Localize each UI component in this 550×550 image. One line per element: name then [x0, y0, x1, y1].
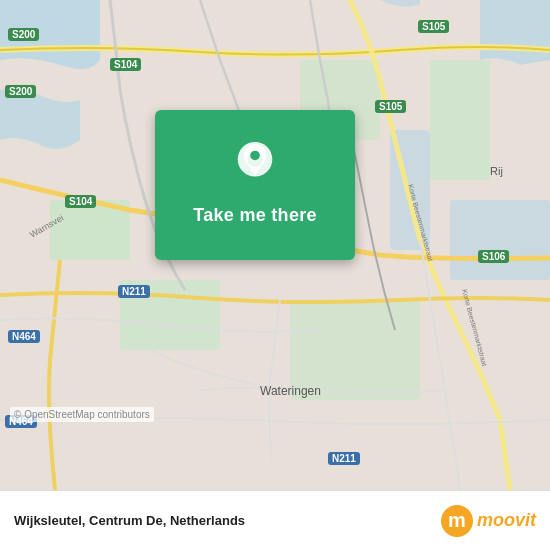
location-info: Wijksleutel, Centrum De, Netherlands	[14, 513, 245, 528]
svg-rect-2	[450, 200, 550, 280]
badge-s200a: S200	[8, 28, 39, 41]
badge-s106: S106	[478, 250, 509, 263]
map-area: Wateringen Rij Warnsvei Korte Beestenmar…	[0, 0, 550, 490]
location-name: Wijksleutel, Centrum De, Netherlands	[14, 513, 245, 528]
badge-s104b: S104	[65, 195, 96, 208]
svg-text:Rij: Rij	[490, 165, 503, 177]
svg-point-15	[250, 150, 260, 160]
badge-n211b: N211	[328, 452, 360, 465]
moovit-m-icon: m	[441, 505, 473, 537]
map-copyright: © OpenStreetMap contributors	[10, 407, 154, 422]
bottom-bar: Wijksleutel, Centrum De, Netherlands m m…	[0, 490, 550, 550]
badge-s104a: S104	[110, 58, 141, 71]
svg-text:Wateringen: Wateringen	[260, 384, 321, 398]
badge-s105a: S105	[418, 20, 449, 33]
badge-n211a: N211	[118, 285, 150, 298]
destination-card: Take me there	[155, 110, 355, 260]
moovit-logo: m moovit	[441, 505, 536, 537]
moovit-text: moovit	[477, 510, 536, 531]
take-me-there-button[interactable]: Take me there	[183, 201, 327, 230]
badge-s200b: S200	[5, 85, 36, 98]
location-pin-icon	[235, 141, 275, 191]
svg-rect-6	[430, 60, 490, 180]
badge-n464a: N464	[8, 330, 40, 343]
badge-s105b: S105	[375, 100, 406, 113]
